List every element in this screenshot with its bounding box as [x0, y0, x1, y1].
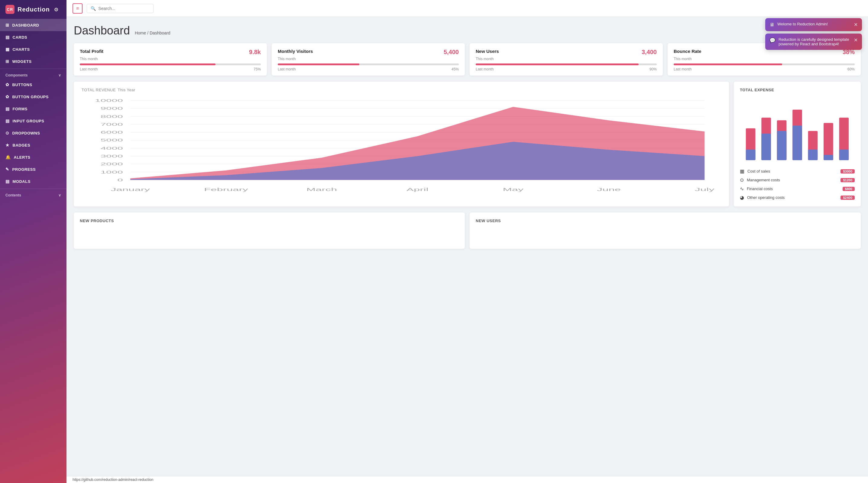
stat-last-label: Last month: [674, 67, 691, 71]
badges-icon: ★: [5, 143, 10, 148]
legend-badge-0: $3000: [840, 169, 855, 174]
stat-card-0: Total Profit 9.8k This month Last month …: [74, 43, 267, 76]
notification-close-2[interactable]: ✕: [854, 37, 858, 43]
stat-card-header: Monthly Visitors 5,400: [278, 49, 459, 56]
stat-cards-row: Total Profit 9.8k This month Last month …: [74, 43, 861, 76]
main-area: ≡ 🔍 🖥 Welome to Reduction Admin! ✕ 💬 Red…: [66, 0, 868, 483]
stat-value: 5,400: [444, 49, 459, 56]
sidebar-item-forms[interactable]: ▤ FORMS: [0, 103, 66, 115]
total-expense-title: TOTAL EXPENSE: [740, 88, 855, 92]
button-groups-icon: ✿: [5, 94, 9, 99]
svg-text:2000: 2000: [101, 162, 123, 166]
sidebar-item-button-groups[interactable]: ✿ BUTTON GROUPS: [0, 91, 66, 103]
svg-rect-30: [746, 150, 755, 160]
sidebar-item-cards[interactable]: ▤ CARDS: [0, 31, 66, 43]
new-users-card: NEW USERS: [470, 212, 861, 249]
sidebar-item-badges[interactable]: ★ BADGES: [0, 139, 66, 151]
input-groups-icon: ▤: [5, 119, 10, 123]
stat-last: Last month 60%: [674, 67, 855, 71]
sidebar-item-widgets[interactable]: ⊞ WIDGETS: [0, 55, 66, 67]
svg-text:3000: 3000: [101, 154, 123, 158]
svg-text:4000: 4000: [101, 146, 123, 150]
sidebar-item-dropdowns[interactable]: ⊙ DROPDOWNS: [0, 127, 66, 139]
legend-icon-2: ∿: [740, 186, 744, 192]
stat-bar-fill: [476, 63, 639, 65]
section-label: Components: [5, 73, 28, 78]
sidebar-item-input-groups[interactable]: ▤ INPUT GROUPS: [0, 115, 66, 127]
chevron-down-icon: ∨: [58, 193, 61, 198]
notification-text-2: Reduction is carefully designed template…: [779, 37, 851, 46]
stat-last-label: Last month: [278, 67, 296, 71]
statusbar-url: https://github.com/reduction-admin/react…: [72, 478, 153, 482]
page-header: Dashboard Home / Dashboard: [74, 24, 861, 37]
legend-icon-3: ◕: [740, 195, 744, 201]
stat-bar-fill: [80, 63, 216, 65]
sidebar-item-buttons[interactable]: ✿ BUTTONS: [0, 79, 66, 91]
sidebar-item-progress[interactable]: ✎ PROGRESS: [0, 163, 66, 175]
legend-badge-1: $1200: [840, 178, 855, 182]
svg-text:8000: 8000: [101, 114, 123, 119]
stat-bar-wrap: [278, 63, 459, 65]
stat-card-1: Monthly Visitors 5,400 This month Last m…: [272, 43, 465, 76]
svg-text:0: 0: [117, 178, 123, 182]
legend-icon-1: ⊙: [740, 177, 744, 183]
widgets-icon: ⊞: [5, 59, 9, 64]
sidebar-item-label: INPUT GROUPS: [13, 119, 44, 123]
notification-card-2: 💬 Reduction is carefully designed templa…: [765, 34, 862, 50]
sidebar-item-label: ALERTS: [14, 155, 31, 159]
new-products-title: NEW PRODUCTS: [80, 218, 459, 223]
sidebar-item-label: DROPDOWNS: [12, 131, 40, 135]
legend-item-3: ◕ Other operating costs $2400: [740, 195, 855, 201]
total-expense-card: TOTAL EXPENSE ▦ Cost of sales $3000 ⊙ Ma…: [734, 82, 861, 206]
cards-icon: ▤: [5, 35, 10, 39]
sidebar-item-label: CHARTS: [13, 47, 30, 52]
legend-item-0: ▦ Cost of sales $3000: [740, 168, 855, 174]
svg-text:May: May: [503, 187, 523, 192]
stat-label: Monthly Visitors: [278, 49, 313, 54]
statusbar: https://github.com/reduction-admin/react…: [66, 476, 868, 483]
sidebar-item-label: BADGES: [13, 143, 31, 148]
search-input[interactable]: [98, 6, 150, 11]
stat-bar-bg: [476, 63, 657, 65]
total-revenue-title: TOTAL REVENUEThis Year: [80, 88, 723, 92]
stat-card-header: Total Profit 9.8k: [80, 49, 261, 56]
legend-label-3: Other operating costs: [747, 195, 784, 200]
stat-bar-bg: [80, 63, 261, 65]
stat-last-label: Last month: [80, 67, 98, 71]
legend-label-1: Management costs: [747, 178, 780, 182]
sidebar-item-charts[interactable]: ▦ CHARTS: [0, 43, 66, 55]
legend-icon-0: ▦: [740, 168, 744, 174]
sidebar-section-contents[interactable]: Contents ∨: [0, 190, 66, 199]
sidebar: CR Reduction ⊙ ⊞ DASHBOARD ▤ CARDS ▦ CHA…: [0, 0, 66, 483]
menu-button[interactable]: ≡: [72, 3, 83, 13]
svg-text:February: February: [204, 187, 248, 192]
stat-period: This month: [80, 57, 261, 61]
stat-label: New Users: [476, 49, 499, 54]
sidebar-item-dashboard[interactable]: ⊞ DASHBOARD: [0, 19, 66, 31]
charts-icon: ▦: [5, 47, 10, 52]
svg-text:5000: 5000: [101, 138, 123, 142]
svg-text:July: July: [695, 187, 714, 192]
sidebar-item-label: MODALS: [13, 179, 31, 184]
svg-text:January: January: [111, 187, 150, 192]
dashboard-icon: ⊞: [5, 23, 9, 28]
stat-last: Last month 45%: [278, 67, 459, 71]
notification-card-1: 🖥 Welome to Reduction Admin! ✕: [765, 18, 862, 31]
svg-rect-36: [793, 126, 802, 160]
sidebar-item-alerts[interactable]: 🔔 ALERTS: [0, 151, 66, 163]
notification-close-1[interactable]: ✕: [854, 22, 858, 28]
legend-badge-2: $800: [843, 187, 855, 191]
topbar: ≡ 🔍 🖥 Welome to Reduction Admin! ✕ 💬 Red…: [66, 0, 868, 17]
notifications-area: 🖥 Welome to Reduction Admin! ✕ 💬 Reducti…: [765, 18, 862, 50]
sidebar-section-components[interactable]: Components ∨: [0, 70, 66, 79]
sidebar-item-label: CARDS: [13, 35, 28, 39]
modals-icon: ▤: [5, 179, 10, 184]
sidebar-item-modals[interactable]: ▤ MODALS: [0, 175, 66, 187]
new-users-title: NEW USERS: [476, 218, 855, 223]
sidebar-item-label: FORMS: [13, 107, 28, 111]
new-products-card: NEW PRODUCTS: [74, 212, 465, 249]
breadcrumb-sep: /: [147, 31, 150, 35]
notification-icon-1: 🖥: [770, 22, 774, 28]
stat-bar-fill: [278, 63, 359, 65]
legend-badge-3: $2400: [840, 195, 855, 200]
